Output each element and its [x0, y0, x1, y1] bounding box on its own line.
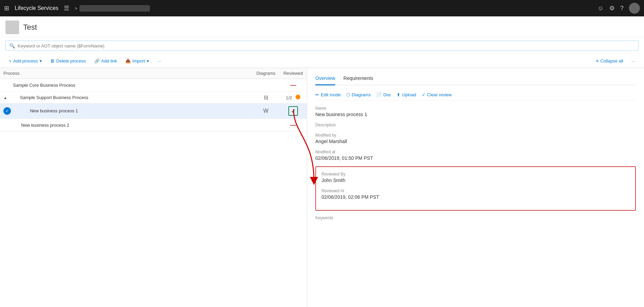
cell-diagrams: W — [252, 103, 280, 119]
breadcrumb-arrow: > — [75, 6, 77, 11]
import-button[interactable]: 📥 Import ▾ — [122, 56, 153, 66]
col-header-reviewed: Reviewed — [280, 68, 307, 79]
reviewed-at-label: Reviewed At — [321, 189, 630, 193]
modified-by-label: Modified by — [315, 133, 636, 138]
row-name: New business process 1 — [12, 108, 78, 113]
detail-toolbar: ✏ Edit mode ⬡ Diagrams 📄 Doc ⬆ Upload ✓ … — [315, 89, 636, 100]
more-options-button-1[interactable]: ··· — [154, 56, 164, 66]
hamburger-icon[interactable]: ☰ — [64, 4, 69, 12]
project-title: Test — [23, 23, 37, 32]
search-bar: 🔍 — [5, 41, 639, 51]
table-row[interactable]: ✓ New business process 1 W ✓ — [0, 103, 307, 119]
subheader: Test — [0, 16, 644, 37]
diagram-link-icon: ⛓ — [263, 95, 268, 100]
delete-process-button[interactable]: 🗑 Delete process — [47, 56, 89, 66]
add-icon: + — [9, 58, 12, 64]
reviewed-by-value: John Smith — [321, 178, 630, 183]
modified-by-value: Angel Marshall — [315, 139, 636, 144]
col-header-diagrams: Diagrams — [252, 68, 280, 79]
reviewed-dash-icon-2: — — [290, 122, 296, 128]
detail-panel: Overview Requirements ✏ Edit mode ⬡ Diag… — [307, 68, 644, 307]
process-table: Process Diagrams Reviewed Sample Core Bu… — [0, 68, 307, 132]
tab-overview[interactable]: Overview — [315, 73, 335, 85]
add-link-button[interactable]: 🔗 Add link — [91, 56, 120, 66]
chevron-down-icon-import: ▾ — [147, 58, 149, 64]
process-panel: Process Diagrams Reviewed Sample Core Bu… — [0, 68, 307, 307]
avatar[interactable] — [629, 3, 640, 14]
collapse-toggle-icon[interactable]: ▲ — [3, 96, 7, 100]
search-input[interactable] — [18, 43, 635, 48]
keywords-label: Keywords — [315, 215, 636, 220]
clear-review-button[interactable]: ✓ Clear review — [422, 92, 452, 97]
upload-button[interactable]: ⬆ Upload — [397, 92, 416, 97]
name-value: New business process 1 — [315, 112, 636, 117]
row-name: Sample Support Business Process — [11, 95, 88, 100]
cell-reviewed: — — [280, 79, 307, 92]
chevron-down-icon: ▾ — [40, 58, 42, 64]
detail-tabs: Overview Requirements — [315, 73, 636, 85]
topbar-right-icons: ☺ ⚙ ? — [598, 3, 640, 14]
app-title: Lifecycle Services — [15, 5, 58, 11]
add-process-button[interactable]: + Add process ▾ — [5, 56, 45, 66]
table-row[interactable]: ▲ Sample Support Business Process ⛓ 1/2 — [0, 92, 307, 103]
diagrams-button[interactable]: ⬡ Diagrams — [346, 92, 371, 97]
field-reviewed-at: Reviewed At 02/06/2019, 02:06 PM PST — [321, 189, 630, 200]
edit-mode-button[interactable]: ✏ Edit mode — [315, 92, 341, 97]
collapse-icon: ≡ — [596, 58, 599, 64]
cell-reviewed: 1/2 — [280, 92, 307, 103]
reviewed-by-label: Reviewed By — [321, 172, 630, 177]
reviewed-dash-icon: — — [290, 82, 296, 88]
selected-check-icon: ✓ — [3, 107, 11, 115]
field-modified-by: Modified by Angel Marshall — [315, 133, 636, 144]
word-doc-icon: W — [263, 108, 268, 114]
modified-at-value: 02/06/2019, 01:50 PM PST — [315, 155, 636, 161]
modified-at-label: Modified at — [315, 150, 636, 154]
name-label: Name — [315, 106, 636, 111]
settings-icon[interactable]: ⚙ — [609, 4, 615, 12]
pencil-icon: ✏ — [315, 92, 319, 97]
import-icon: 📥 — [125, 58, 131, 64]
field-reviewed-by: Reviewed By John Smith — [321, 172, 630, 183]
doc-icon: 📄 — [376, 92, 382, 97]
row-name: New business process 2 — [3, 123, 69, 128]
project-logo — [5, 20, 19, 34]
description-label: Description — [315, 123, 636, 127]
more-options-button-2[interactable]: ··· — [628, 56, 639, 66]
reviewed-check-box: ✓ — [288, 106, 298, 116]
reviewed-at-value: 02/06/2019, 02:06 PM PST — [321, 194, 630, 200]
table-row[interactable]: Sample Core Business Process — — [0, 79, 307, 92]
upload-icon: ⬆ — [397, 92, 400, 97]
checkmark-icon: ✓ — [422, 92, 426, 97]
trash-icon: 🗑 — [50, 58, 55, 64]
topbar: ⊞ Lifecycle Services ☰ > ☺ ⚙ ? — [0, 0, 644, 16]
reviewed-half-value: 1/2 — [286, 95, 292, 100]
orange-status-dot — [296, 95, 300, 99]
review-info-box: Reviewed By John Smith Reviewed At 02/06… — [315, 166, 636, 211]
cell-reviewed: ✓ — [280, 103, 307, 119]
main-toolbar: + Add process ▾ 🗑 Delete process 🔗 Add l… — [0, 54, 644, 68]
cell-diagrams — [252, 119, 280, 132]
cell-diagrams — [252, 79, 280, 92]
field-name: Name New business process 1 — [315, 106, 636, 117]
tab-requirements[interactable]: Requirements — [343, 73, 373, 85]
table-row[interactable]: New business process 2 — — [0, 119, 307, 132]
row-name: Sample Core Business Process — [3, 83, 75, 88]
cell-diagrams: ⛓ — [252, 92, 280, 103]
cell-reviewed: — — [280, 119, 307, 132]
link-icon: 🔗 — [94, 58, 100, 64]
field-description: Description — [315, 123, 636, 127]
search-icon: 🔍 — [9, 43, 15, 48]
grid-icon[interactable]: ⊞ — [4, 4, 9, 12]
main-content: Process Diagrams Reviewed Sample Core Bu… — [0, 68, 644, 307]
doc-button[interactable]: 📄 Doc — [376, 92, 391, 97]
breadcrumb-text — [80, 5, 150, 12]
smiley-icon[interactable]: ☺ — [598, 5, 604, 12]
field-keywords: Keywords — [315, 215, 636, 220]
breadcrumb: > — [75, 5, 592, 12]
col-header-process: Process — [0, 68, 252, 79]
field-modified-at: Modified at 02/06/2019, 01:50 PM PST — [315, 150, 636, 161]
help-icon[interactable]: ? — [620, 5, 624, 12]
diagrams-icon: ⬡ — [346, 92, 350, 97]
collapse-all-button[interactable]: ≡ Collapse all — [592, 56, 627, 66]
